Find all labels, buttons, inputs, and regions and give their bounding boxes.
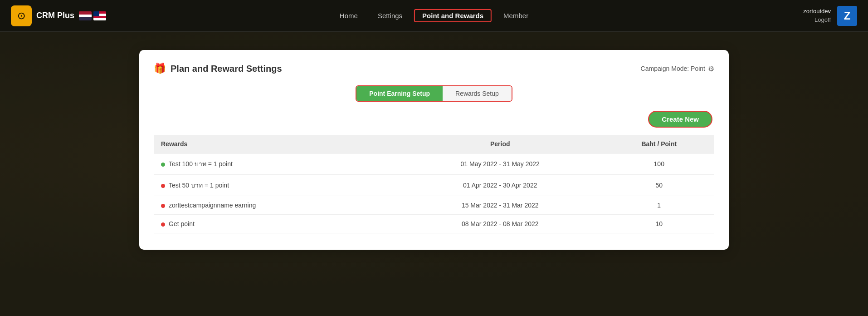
- row-4-baht-point: 10: [604, 215, 714, 233]
- panel-title: 🎁 Plan and Reward Settings: [154, 63, 282, 74]
- row-1-name: Test 100 บาท = 1 point: [154, 153, 396, 175]
- brand: ⊙ CRM Plus: [11, 5, 106, 26]
- nav-settings[interactable]: Settings: [370, 9, 410, 22]
- table-body: Test 100 บาท = 1 point 01 May 2022 - 31 …: [154, 153, 714, 233]
- row-4-name: Get point: [154, 215, 396, 233]
- table-header: Rewards Period Baht / Point: [154, 135, 714, 153]
- flag-usa: [93, 11, 106, 20]
- row-3-period: 15 Mar 2022 - 31 Mar 2022: [396, 196, 604, 215]
- user-name: zortoutdev: [803, 7, 831, 15]
- row-1-baht-point: 100: [604, 153, 714, 175]
- brand-logo-icon: ⊙: [17, 10, 25, 22]
- rewards-table: Rewards Period Baht / Point Test 100 บาท…: [154, 135, 714, 233]
- row-2-dot: [161, 184, 165, 188]
- brand-logo: ⊙: [11, 5, 32, 26]
- panel-header: 🎁 Plan and Reward Settings Campaign Mode…: [154, 63, 714, 74]
- flag-thailand: [79, 11, 92, 20]
- tab-rewards-setup[interactable]: Rewards Setup: [443, 86, 512, 101]
- row-2-baht-point: 50: [604, 175, 714, 196]
- row-1-dot: [161, 163, 165, 167]
- brand-name: CRM Plus: [36, 11, 74, 20]
- table-row: Test 100 บาท = 1 point 01 May 2022 - 31 …: [154, 153, 714, 175]
- table-row: zorttestcampaignname earning 15 Mar 2022…: [154, 196, 714, 215]
- col-period: Period: [396, 135, 604, 153]
- table-row: Get point 08 Mar 2022 - 08 Mar 2022 10: [154, 215, 714, 233]
- navbar-nav: Home Settings Point and Rewards Member: [332, 9, 536, 22]
- navbar: ⊙ CRM Plus Home Settings Point and Rewar…: [0, 0, 868, 32]
- nav-point-and-rewards[interactable]: Point and Rewards: [414, 9, 492, 22]
- nav-member[interactable]: Member: [495, 9, 536, 22]
- gear-icon[interactable]: ⚙: [708, 64, 714, 73]
- campaign-mode: Campaign Mode: Point ⚙: [641, 64, 714, 73]
- user-info: zortoutdev Logoff: [803, 7, 831, 24]
- tab-group: Point Earning Setup Rewards Setup: [356, 85, 512, 102]
- row-4-dot: [161, 222, 165, 227]
- nav-home[interactable]: Home: [332, 9, 366, 22]
- user-avatar: Z: [837, 6, 857, 26]
- row-2-name: Test 50 บาท = 1 point: [154, 175, 396, 196]
- user-logoff[interactable]: Logoff: [803, 16, 831, 24]
- row-3-name: zorttestcampaignname earning: [154, 196, 396, 215]
- navbar-right: zortoutdev Logoff Z: [803, 6, 857, 26]
- table-header-row: Rewards Period Baht / Point: [154, 135, 714, 153]
- tabs-section: Point Earning Setup Rewards Setup: [154, 85, 714, 102]
- panel-title-text: Plan and Reward Settings: [171, 64, 282, 74]
- panel: 🎁 Plan and Reward Settings Campaign Mode…: [139, 50, 729, 250]
- table-row: Test 50 บาท = 1 point 01 Apr 2022 - 30 A…: [154, 175, 714, 196]
- tab-point-earning-setup[interactable]: Point Earning Setup: [356, 86, 443, 101]
- flag-icons: [79, 11, 106, 20]
- row-2-period: 01 Apr 2022 - 30 Apr 2022: [396, 175, 604, 196]
- main-content: 🎁 Plan and Reward Settings Campaign Mode…: [0, 32, 868, 316]
- gift-icon: 🎁: [154, 63, 166, 74]
- campaign-mode-label: Campaign Mode: Point: [641, 65, 705, 72]
- row-1-period: 01 May 2022 - 31 May 2022: [396, 153, 604, 175]
- row-3-baht-point: 1: [604, 196, 714, 215]
- row-3-dot: [161, 204, 165, 208]
- col-rewards: Rewards: [154, 135, 396, 153]
- row-4-period: 08 Mar 2022 - 08 Mar 2022: [396, 215, 604, 233]
- col-baht-point: Baht / Point: [604, 135, 714, 153]
- action-row: Create New: [154, 111, 714, 128]
- create-new-button[interactable]: Create New: [648, 111, 712, 128]
